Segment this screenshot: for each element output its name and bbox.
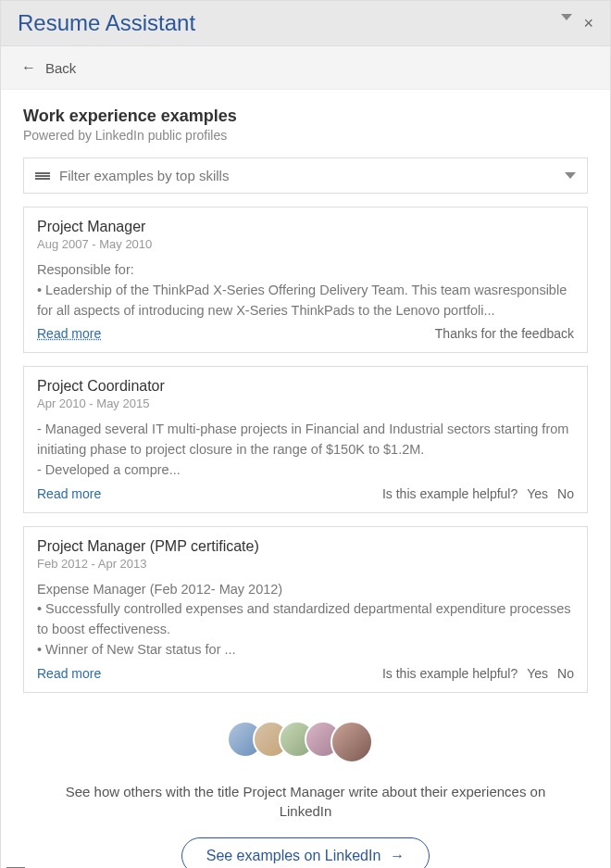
- filter-dropdown[interactable]: Filter examples by top skills: [23, 157, 588, 194]
- feedback-thanks: Thanks for the feedback: [435, 326, 574, 341]
- example-body: Responsible for: • Leadership of the Thi…: [37, 260, 574, 321]
- back-button[interactable]: Back: [1, 46, 610, 90]
- feedback-yes[interactable]: Yes: [527, 486, 548, 501]
- feedback-yes[interactable]: Yes: [527, 666, 548, 681]
- chevron-down-icon: [565, 172, 576, 179]
- example-body: - Managed several IT multi-phase project…: [37, 420, 574, 480]
- section-title: Work experience examples: [23, 107, 588, 126]
- arrow-right-icon: →: [390, 848, 405, 864]
- example-dates: Aug 2007 - May 2010: [37, 237, 574, 251]
- read-more-link[interactable]: Read more: [37, 666, 101, 681]
- read-more-link[interactable]: Read more: [37, 326, 101, 341]
- back-label: Back: [45, 60, 76, 76]
- example-title: Project Coordinator: [37, 378, 574, 395]
- see-examples-linkedin-button[interactable]: See examples on LinkedIn →: [181, 837, 430, 869]
- example-title: Project Manager: [37, 219, 574, 235]
- example-body: Expense Manager (Feb 2012- May 2012) • S…: [37, 580, 574, 660]
- content-area: Work experience examples Powered by Link…: [1, 90, 610, 868]
- feedback-no[interactable]: No: [557, 666, 574, 681]
- avatar-stack: [23, 721, 588, 763]
- example-card: Project Manager (PMP certificate) Feb 20…: [23, 526, 588, 693]
- example-card: Project Manager Aug 2007 - May 2010 Resp…: [23, 207, 588, 353]
- panel-title: Resume Assistant: [18, 10, 195, 36]
- resume-assistant-panel: Resume Assistant × Back Work experience …: [0, 0, 611, 868]
- linkedin-button-label: See examples on LinkedIn: [206, 848, 381, 864]
- feedback-question: Is this example helpful?: [382, 666, 517, 681]
- feedback-no[interactable]: No: [557, 486, 574, 501]
- example-dates: Apr 2010 - May 2015: [37, 396, 574, 410]
- example-card: Project Coordinator Apr 2010 - May 2015 …: [23, 366, 588, 512]
- section-subtitle: Powered by LinkedIn public profiles: [23, 128, 588, 143]
- example-dates: Feb 2012 - Apr 2013: [37, 557, 574, 571]
- title-bar: Resume Assistant ×: [1, 1, 610, 46]
- back-arrow-icon: [21, 59, 36, 76]
- avatar: [330, 721, 373, 763]
- filter-placeholder: Filter examples by top skills: [59, 168, 229, 183]
- promo-text: See how others with the title Project Ma…: [23, 782, 588, 821]
- example-title: Project Manager (PMP certificate): [37, 538, 574, 555]
- close-icon[interactable]: ×: [583, 14, 593, 33]
- read-more-link[interactable]: Read more: [37, 486, 101, 501]
- feedback-question: Is this example helpful?: [382, 486, 517, 501]
- dropdown-icon[interactable]: [561, 14, 572, 20]
- filter-icon: [35, 170, 50, 182]
